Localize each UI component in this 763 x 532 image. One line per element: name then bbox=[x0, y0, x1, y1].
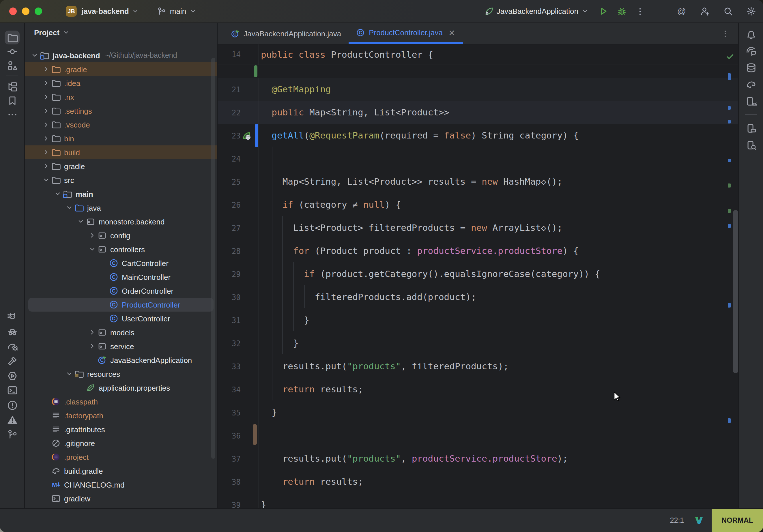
device-android-icon[interactable] bbox=[743, 94, 758, 108]
code-line-28[interactable]: 28 for (Product product : productService… bbox=[218, 240, 738, 263]
run-button[interactable] bbox=[596, 4, 610, 19]
chevron-down-icon[interactable] bbox=[87, 245, 97, 253]
settings-button[interactable] bbox=[743, 4, 758, 19]
notifications-bell-icon[interactable] bbox=[743, 27, 758, 41]
code-line-36[interactable]: 36 bbox=[218, 424, 738, 447]
tree-item-application-properties[interactable]: application.properties bbox=[25, 381, 217, 395]
tree-item-src[interactable]: src bbox=[25, 173, 217, 187]
close-tab-icon[interactable]: ✕ bbox=[448, 28, 455, 37]
ideavim-icon[interactable] bbox=[694, 516, 704, 525]
more-actions-button[interactable] bbox=[632, 4, 648, 19]
database-icon[interactable] bbox=[743, 60, 758, 74]
tree-item-javabackendapplication[interactable]: CJavaBackendApplication bbox=[25, 353, 217, 367]
code-line-37[interactable]: 37 results.put("products", productServic… bbox=[218, 447, 738, 470]
chevron-right-icon[interactable] bbox=[41, 65, 51, 73]
chevron-down-icon[interactable] bbox=[64, 370, 74, 378]
ai-assistant-icon[interactable] bbox=[743, 44, 758, 58]
error-stripe-mark[interactable] bbox=[728, 183, 731, 187]
project-folder-icon[interactable] bbox=[5, 31, 20, 45]
tree-item--vscode[interactable]: .vscode bbox=[25, 118, 217, 132]
chevron-down-icon[interactable] bbox=[30, 52, 39, 59]
code-line-30[interactable]: 30 filteredProducts.add(product); bbox=[218, 286, 738, 309]
tree-item-maincontroller[interactable]: CMainController bbox=[25, 270, 217, 284]
tree-item-gradlew[interactable]: gradlew bbox=[25, 491, 217, 505]
warning-icon[interactable] bbox=[5, 413, 20, 427]
chevron-right-icon[interactable] bbox=[41, 162, 51, 170]
code-line-35[interactable]: 35 } bbox=[218, 401, 738, 424]
project-panel-header[interactable]: Project bbox=[25, 23, 217, 42]
sticky-code-line[interactable]: 14public class ProductController { bbox=[218, 45, 738, 65]
code-line-23[interactable]: 23 getAll(@RequestParam(required = false… bbox=[218, 124, 738, 147]
code-line-25[interactable]: 25 Map<String, List<Product>> results = … bbox=[218, 170, 738, 193]
error-stripe-mark[interactable] bbox=[728, 209, 731, 213]
tree-item--settings[interactable]: .settings bbox=[25, 104, 217, 118]
tree-item-monostore-backend[interactable]: monostore.backend bbox=[25, 215, 217, 229]
ai-assistant-button[interactable]: @ bbox=[674, 4, 689, 19]
chevron-right-icon[interactable] bbox=[41, 135, 51, 143]
error-stripe-mark[interactable] bbox=[728, 224, 731, 228]
code-line-31[interactable]: 31 } bbox=[218, 309, 738, 332]
hierarchy-icon[interactable] bbox=[5, 80, 20, 93]
chevron-right-icon[interactable] bbox=[87, 328, 97, 336]
services-icon[interactable] bbox=[5, 369, 20, 382]
tree-item-build[interactable]: build bbox=[25, 146, 217, 159]
structure-icon[interactable] bbox=[5, 58, 20, 72]
error-stripe-mark[interactable] bbox=[728, 106, 731, 110]
tree-item--gradle[interactable]: .gradle bbox=[25, 62, 217, 76]
code-line-22[interactable]: 22 public Map<String, List<Product>> bbox=[218, 101, 738, 124]
tree-item-java-backend[interactable]: java-backend~/Github/java-backend bbox=[25, 49, 217, 62]
tree-item-controllers[interactable]: controllers bbox=[25, 242, 217, 256]
profiler-icon[interactable] bbox=[5, 339, 20, 353]
more-horizontal-icon[interactable] bbox=[5, 107, 20, 121]
bookmarks-icon[interactable] bbox=[5, 93, 20, 107]
error-stripe-mark[interactable] bbox=[728, 418, 731, 423]
tab-productcontroller-java[interactable]: CProductController.java✕ bbox=[349, 23, 463, 44]
chevron-down-icon[interactable] bbox=[64, 204, 74, 212]
error-stripe-mark[interactable] bbox=[728, 73, 731, 80]
tree-item--gitattributes[interactable]: .gitattributes bbox=[25, 422, 217, 436]
code-line-32[interactable]: 32 } bbox=[218, 332, 738, 355]
device-window-icon[interactable] bbox=[743, 121, 758, 135]
chevron-right-icon[interactable] bbox=[41, 148, 51, 157]
error-stripe-mark[interactable] bbox=[728, 303, 731, 308]
device-explorer-icon[interactable] bbox=[743, 138, 758, 152]
tree-item-ordercontroller[interactable]: COrderController bbox=[25, 284, 217, 298]
code-with-me-button[interactable] bbox=[697, 4, 712, 19]
editor-scrollbar[interactable] bbox=[733, 210, 738, 373]
chevron-right-icon[interactable] bbox=[87, 342, 97, 350]
code-editor[interactable]: 14public class ProductController {21 @Ge… bbox=[218, 45, 738, 508]
close-window-button[interactable] bbox=[9, 8, 17, 15]
chevron-down-icon[interactable] bbox=[41, 176, 51, 184]
inspections-ok-icon[interactable] bbox=[726, 53, 734, 60]
project-tree-scrollbar[interactable] bbox=[211, 58, 215, 459]
tree-item-java[interactable]: java bbox=[25, 201, 217, 215]
chevron-down-icon[interactable] bbox=[76, 218, 85, 226]
code-line-39[interactable]: 39} bbox=[218, 493, 738, 508]
tree-item--factorypath[interactable]: .factorypath bbox=[25, 408, 217, 422]
gradle-elephant-icon[interactable] bbox=[743, 77, 758, 91]
chevron-right-icon[interactable] bbox=[41, 93, 51, 101]
tree-item-changelog-md[interactable]: MCHANGELOG.md bbox=[25, 478, 217, 491]
tree-item-config[interactable]: config bbox=[25, 229, 217, 242]
tree-item-usercontroller[interactable]: CUserController bbox=[25, 312, 217, 325]
tree-item-models[interactable]: models bbox=[25, 325, 217, 339]
copilot-cat-icon[interactable] bbox=[5, 310, 20, 324]
code-line-27[interactable]: 27 List<Product> filteredProducts = new … bbox=[218, 216, 738, 240]
incognito-icon[interactable] bbox=[5, 325, 20, 338]
search-everywhere-button[interactable] bbox=[720, 4, 735, 19]
tree-item-gradle[interactable]: gradle bbox=[25, 159, 217, 173]
chevron-down-icon[interactable] bbox=[53, 190, 62, 198]
error-stripe-mark[interactable] bbox=[728, 159, 731, 162]
tree-item-gradlew-bat[interactable]: gradlew.bat bbox=[25, 505, 217, 508]
debug-button[interactable] bbox=[614, 4, 629, 19]
tree-item--idea[interactable]: .idea bbox=[25, 76, 217, 90]
problems-icon[interactable] bbox=[5, 398, 20, 412]
code-line-34[interactable]: 34 return results; bbox=[218, 378, 738, 401]
tree-item-main[interactable]: main bbox=[25, 187, 217, 201]
tree-item--project[interactable]: .project bbox=[25, 450, 217, 464]
tree-item--classpath[interactable]: .classpath bbox=[25, 395, 217, 408]
tree-item-cartcontroller[interactable]: CCartController bbox=[25, 256, 217, 270]
terminal-icon[interactable] bbox=[5, 383, 20, 397]
chevron-right-icon[interactable] bbox=[41, 107, 51, 115]
code-line-21[interactable]: 21 @GetMapping bbox=[218, 78, 738, 101]
